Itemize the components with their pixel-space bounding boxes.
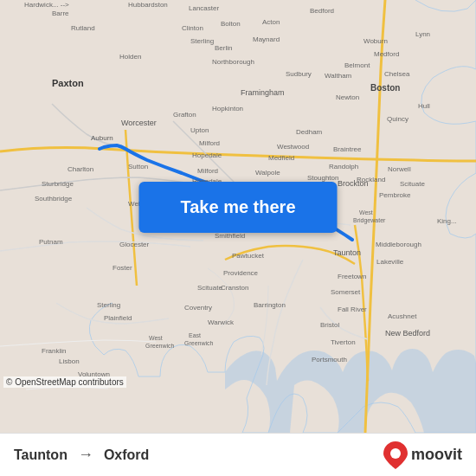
svg-text:Clinton: Clinton [182, 24, 203, 32]
svg-text:Scituate: Scituate [400, 180, 425, 188]
svg-text:Barre: Barre [52, 10, 69, 17]
svg-text:Greenwich: Greenwich [184, 340, 214, 346]
svg-text:Milford: Milford [199, 139, 220, 147]
svg-text:Lakeville: Lakeville [376, 258, 404, 266]
svg-text:Dedham: Dedham [296, 128, 323, 136]
svg-text:Westwood: Westwood [277, 143, 309, 151]
svg-text:Hopkinton: Hopkinton [212, 105, 243, 113]
svg-text:Braintree: Braintree [333, 145, 362, 153]
svg-text:Maynard: Maynard [253, 35, 280, 43]
map-container: Worcester Auburn Paxton Sutton Webster C… [0, 0, 476, 433]
svg-text:Boston: Boston [370, 83, 400, 93]
svg-point-108 [390, 448, 401, 459]
svg-text:Medford: Medford [374, 50, 399, 58]
svg-text:Glocester: Glocester [119, 241, 150, 248]
svg-text:Hopedale: Hopedale [192, 151, 222, 159]
svg-text:Quincy: Quincy [387, 115, 408, 123]
svg-text:Worcester: Worcester [121, 119, 157, 127]
svg-text:West: West [149, 335, 163, 341]
svg-text:Middleborough: Middleborough [376, 241, 421, 248]
svg-text:Plainfield: Plainfield [104, 314, 132, 322]
svg-text:Lancaster: Lancaster [189, 4, 219, 12]
svg-text:Smithfield: Smithfield [215, 232, 245, 240]
svg-text:Walpole: Walpole [255, 169, 280, 177]
svg-text:Fall River: Fall River [338, 306, 367, 313]
svg-text:Charlton: Charlton [68, 165, 93, 173]
svg-text:Southbridge: Southbridge [35, 195, 73, 203]
svg-text:Auburn: Auburn [91, 134, 113, 142]
route-to-label: Oxford [104, 447, 149, 463]
svg-text:Lynn: Lynn [415, 30, 430, 38]
svg-text:Chelsea: Chelsea [384, 70, 410, 78]
svg-text:New Bedford: New Bedford [385, 329, 430, 338]
svg-text:Randolph: Randolph [329, 163, 358, 170]
svg-text:East: East [189, 332, 201, 338]
take-me-there-button[interactable]: Take me there [138, 182, 337, 233]
svg-text:Grafton: Grafton [173, 111, 196, 119]
svg-text:Foster: Foster [113, 264, 132, 272]
svg-text:Newton: Newton [336, 93, 359, 101]
svg-text:Rockland: Rockland [357, 176, 385, 183]
moovit-logo: moovit [383, 441, 462, 469]
svg-text:Coventry: Coventry [184, 304, 212, 312]
svg-text:Somerset: Somerset [331, 288, 361, 296]
svg-text:Hubbardston: Hubbardston [128, 1, 168, 9]
svg-text:Portsmouth: Portsmouth [312, 356, 347, 363]
svg-text:Upton: Upton [190, 126, 209, 134]
paxton-label: Paxton [52, 78, 84, 88]
svg-text:Pawtucket: Pawtucket [232, 252, 265, 260]
moovit-pin-icon [383, 441, 408, 469]
svg-text:Pembroke: Pembroke [379, 191, 411, 199]
svg-text:Franklin: Franklin [42, 347, 66, 355]
svg-text:King...: King... [437, 217, 457, 225]
svg-text:Rutland: Rutland [71, 24, 95, 32]
svg-text:West: West [359, 209, 373, 215]
svg-text:Lisbon: Lisbon [59, 357, 80, 365]
svg-text:Acushnet: Acushnet [388, 312, 417, 320]
bottom-bar: Taunton → Oxford moovit [0, 433, 476, 476]
svg-text:Belmont: Belmont [344, 61, 370, 69]
svg-text:Holden: Holden [119, 53, 141, 61]
svg-text:Stoughton: Stoughton [307, 174, 338, 182]
svg-text:Warwick: Warwick [208, 318, 235, 326]
svg-text:Milford: Milford [197, 167, 218, 175]
svg-text:Norwell: Norwell [388, 165, 411, 173]
svg-text:Bedford: Bedford [310, 7, 334, 15]
svg-text:Providence: Providence [223, 269, 259, 277]
svg-text:Hardwick... -->
    
    West
: Hardwick... --> West Brookfield Spencer … [24, 1, 69, 9]
svg-text:Hull: Hull [418, 102, 430, 110]
svg-text:Putnam: Putnam [39, 238, 63, 246]
svg-text:Bridgewater: Bridgewater [353, 217, 386, 224]
svg-text:Waltham: Waltham [325, 72, 352, 80]
svg-text:Greenwich: Greenwich [145, 343, 175, 349]
svg-text:Acton: Acton [262, 18, 280, 26]
svg-text:Woburn: Woburn [363, 37, 388, 45]
svg-text:Sturbridge: Sturbridge [42, 180, 74, 188]
svg-text:Barrington: Barrington [254, 301, 286, 309]
svg-text:Taunton: Taunton [333, 248, 361, 257]
route-arrow-icon: → [78, 446, 93, 464]
svg-text:Sterling: Sterling [190, 37, 214, 45]
svg-text:Sterling: Sterling [97, 301, 120, 309]
route-from-label: Taunton [14, 447, 68, 463]
svg-text:Berlin: Berlin [215, 44, 232, 52]
svg-text:Bristol: Bristol [320, 321, 339, 329]
map-attribution: © OpenStreetMap contributors [3, 376, 126, 388]
svg-text:Framingham: Framingham [241, 88, 285, 97]
svg-text:Sutton: Sutton [128, 163, 148, 170]
svg-text:Sudbury: Sudbury [286, 70, 312, 78]
svg-text:Tiverton: Tiverton [331, 338, 356, 346]
svg-text:Bolton: Bolton [221, 20, 241, 28]
moovit-text: moovit [411, 446, 462, 464]
svg-text:Freetown: Freetown [338, 273, 366, 280]
svg-text:Northborough: Northborough [212, 58, 254, 66]
svg-text:Medfield: Medfield [268, 154, 294, 162]
svg-text:Cranston: Cranston [221, 284, 248, 292]
svg-text:Scituate: Scituate [197, 284, 222, 292]
